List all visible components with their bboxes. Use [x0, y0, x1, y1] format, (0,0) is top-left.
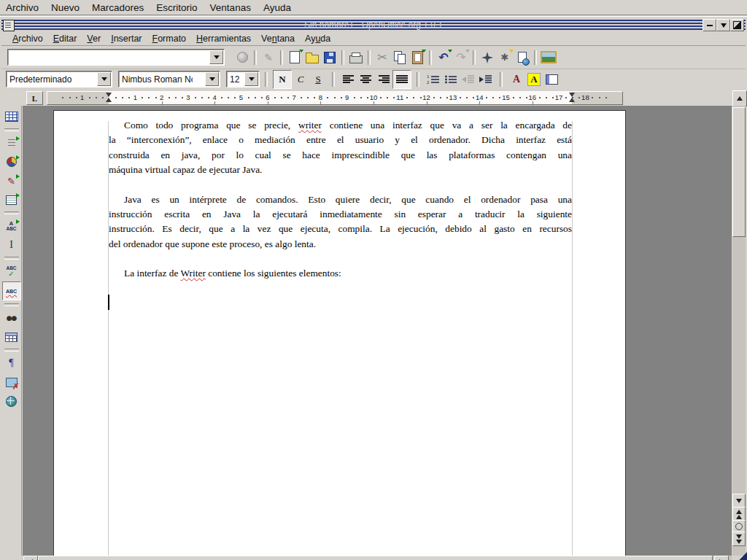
increase-indent-icon [479, 74, 492, 85]
navigator-button[interactable] [479, 49, 496, 66]
insert-button[interactable] [3, 134, 20, 152]
style-dropdown-button[interactable] [97, 72, 111, 86]
horizontal-ruler[interactable]: 1123456789101112131415161718 [47, 91, 623, 105]
bullet-list-button[interactable] [442, 71, 460, 88]
desktop-menu-ventanas[interactable]: Ventanas [210, 2, 251, 13]
window-system-menu-icon[interactable] [3, 20, 15, 31]
url-dropdown-button[interactable] [209, 50, 223, 64]
align-center-button[interactable] [357, 71, 375, 88]
bold-button[interactable]: N [273, 70, 292, 89]
align-left-button[interactable] [340, 71, 357, 88]
menu-ver[interactable]: Ver [82, 32, 106, 45]
horizontal-scrollbar-thumb[interactable] [38, 556, 713, 560]
menu-insertar[interactable]: Insertar [106, 32, 147, 45]
save-button[interactable] [321, 49, 338, 66]
copy-button[interactable] [391, 49, 409, 66]
autotext-button[interactable]: A ABC [3, 217, 20, 235]
paragraph-style-combobox[interactable]: Predeterminado [6, 71, 112, 88]
highlighting-button[interactable]: A [525, 71, 543, 88]
numbered-list-button[interactable]: 12 [425, 71, 442, 88]
print-button[interactable] [347, 49, 365, 66]
scroll-right-button[interactable] [714, 556, 729, 560]
cut-button[interactable]: ✂ [374, 49, 391, 66]
binoculars-icon: ●● [7, 314, 17, 322]
decrease-indent-button[interactable] [460, 71, 477, 88]
online-layout-button[interactable] [3, 392, 20, 410]
tab-type-selector[interactable]: L [26, 91, 43, 105]
align-center-icon [360, 74, 372, 85]
window-title: Sin nombre1 - OpenOffice.org 1.0.1 [298, 20, 449, 30]
vertical-scrollbar[interactable] [732, 106, 746, 556]
text-line: Java es un intérprete de comandos. Esto … [109, 192, 572, 207]
menu-editar[interactable]: Editar [48, 32, 82, 45]
open-button[interactable] [303, 49, 321, 66]
undo-button[interactable]: ↶ [435, 49, 452, 66]
maximize-button[interactable] [730, 19, 744, 31]
align-justify-button[interactable] [392, 70, 411, 89]
desktop-menu-nuevo[interactable]: Nuevo [51, 2, 80, 13]
document-text[interactable]: Como todo programa que se precie, writer… [109, 118, 572, 296]
paste-button[interactable] [409, 49, 426, 66]
redo-button[interactable]: ↷ [452, 49, 470, 66]
hyperlink-button[interactable] [514, 49, 531, 66]
direct-cursor-button[interactable]: I [3, 236, 20, 254]
nonprinting-characters-button[interactable]: ¶ [3, 354, 20, 372]
new-document-button[interactable] [286, 49, 303, 66]
menu-formato[interactable]: Formato [147, 32, 192, 45]
font-name-combobox[interactable]: Nimbus Roman No [118, 71, 220, 88]
horizontal-scrollbar[interactable] [23, 556, 732, 560]
find-replace-button[interactable]: ●● [3, 309, 20, 327]
graphics-onoff-button[interactable]: ✗ [3, 373, 20, 391]
left-indent-marker[interactable] [106, 92, 112, 103]
window-shade-button[interactable] [716, 19, 730, 31]
data-sources-button[interactable] [3, 328, 20, 346]
scroll-down-button[interactable] [732, 494, 746, 508]
resize-corner[interactable] [732, 552, 747, 560]
size-dropdown-button[interactable] [244, 72, 258, 86]
form-functions-button[interactable] [3, 191, 20, 209]
chevron-down-icon [721, 23, 727, 28]
menu-herramientas[interactable]: Herramientas [191, 32, 256, 45]
italic-button[interactable]: C [292, 71, 309, 88]
minimize-button[interactable] [703, 19, 716, 31]
page[interactable]: Como todo programa que se precie, writer… [53, 110, 626, 556]
next-page-button[interactable] [732, 532, 746, 546]
menu-ayuda[interactable]: Ayuda [300, 32, 336, 45]
url-combobox[interactable] [7, 49, 225, 66]
menu-archivo[interactable]: Archivo [7, 32, 48, 45]
scroll-up-button[interactable] [732, 90, 747, 106]
scroll-left-button[interactable] [23, 556, 38, 560]
insert-object-button[interactable] [3, 153, 20, 171]
font-size-combobox[interactable]: 12 [226, 71, 260, 88]
spellcheck-button[interactable]: ABC ✓ [3, 262, 20, 280]
underline-button[interactable]: S [309, 71, 327, 88]
vertical-scrollbar-thumb[interactable] [732, 107, 746, 237]
font-color-button[interactable]: A [508, 71, 525, 88]
bold-icon: N [279, 74, 285, 85]
paragraph-background-button[interactable] [543, 71, 560, 88]
document-view[interactable]: Como todo programa que se precie, writer… [23, 106, 732, 556]
desktop-menu-archivo[interactable]: Archivo [6, 2, 39, 13]
openoffice-window: Sin nombre1 - OpenOffice.org 1.0.1 Archi… [0, 16, 747, 560]
auto-spellcheck-button[interactable]: ABC [2, 281, 21, 300]
new-document-icon [290, 51, 300, 63]
stop-loading-button[interactable] [233, 49, 251, 66]
desktop-menu-escritorio[interactable]: Escritorio [156, 2, 197, 13]
gallery-button[interactable] [540, 49, 557, 66]
show-draw-functions-button[interactable]: ✎ [3, 172, 20, 190]
increase-indent-button[interactable] [477, 71, 495, 88]
font-dropdown-button[interactable] [205, 72, 219, 86]
stylist-button[interactable]: ✱ [496, 49, 514, 66]
desktop-menu-ayuda[interactable]: Ayuda [263, 2, 291, 13]
menu-ventana[interactable]: Ventana [256, 32, 300, 45]
previous-page-button[interactable] [732, 507, 746, 521]
maximize-icon [733, 21, 741, 29]
insert-table-button[interactable] [3, 108, 20, 125]
svg-text:2: 2 [427, 80, 430, 85]
edit-file-button[interactable]: ✎ [260, 49, 277, 66]
paragraph: Java es un intérprete de comandos. Esto … [109, 192, 572, 252]
desktop-menu-marcadores[interactable]: Marcadores [92, 2, 144, 13]
align-right-button[interactable] [375, 71, 392, 88]
pilcrow-icon: ¶ [9, 357, 13, 369]
titlebar[interactable]: Sin nombre1 - OpenOffice.org 1.0.1 [1, 18, 746, 31]
